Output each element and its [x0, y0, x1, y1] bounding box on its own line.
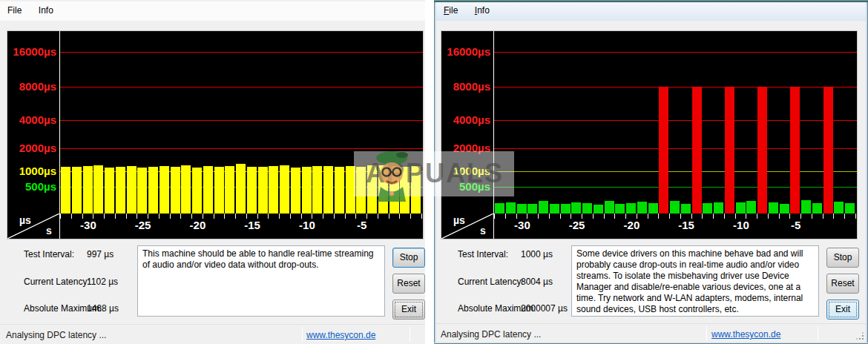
- x-tick: [301, 214, 302, 219]
- x-tick: [389, 214, 389, 219]
- gridline: [494, 187, 857, 188]
- menu-info[interactable]: Info: [33, 1, 59, 19]
- latency-bar: [812, 203, 822, 214]
- x-tick: [648, 214, 648, 219]
- latency-bar: [692, 87, 702, 214]
- latency-bar: [127, 166, 137, 214]
- reset-button[interactable]: Reset: [392, 274, 425, 294]
- exit-button[interactable]: Exit: [392, 300, 425, 320]
- x-tick: [191, 214, 192, 219]
- x-tick: [312, 214, 312, 219]
- status-bar: Analysing DPC latency ... www.thesycon.d…: [435, 323, 867, 343]
- stop-button[interactable]: Stop: [826, 248, 859, 268]
- analysis-message-box[interactable]: This machine should be able to handle re…: [137, 245, 385, 317]
- x-tick: [779, 214, 780, 219]
- latency-bar: [845, 203, 855, 214]
- x-tick: [268, 214, 269, 219]
- latency-bar: [93, 165, 103, 214]
- current-latency-value: 8004 µs: [521, 277, 553, 287]
- x-tick: [614, 214, 615, 219]
- latency-bar: [61, 167, 70, 214]
- x-tick: [812, 214, 812, 219]
- y-axis-line: [59, 31, 60, 239]
- latency-bar: [594, 205, 603, 214]
- menu-file[interactable]: File: [438, 1, 464, 19]
- x-tick: [571, 214, 571, 219]
- menu-info[interactable]: Info: [469, 1, 496, 19]
- latency-bar: [757, 87, 767, 214]
- latency-bar: [203, 166, 213, 214]
- x-tick-label: -20: [613, 219, 650, 231]
- resize-grip-icon[interactable]: [856, 332, 864, 340]
- x-tick-label: -10: [723, 219, 760, 231]
- latency-bar: [378, 165, 388, 214]
- x-tick: [844, 214, 845, 219]
- status-text: Analysing DPC latency ...: [441, 329, 541, 340]
- gridline: [494, 87, 857, 87]
- status-separator: [410, 327, 410, 342]
- latency-bar: [681, 204, 691, 214]
- x-tick: [290, 214, 291, 219]
- x-tick: [159, 214, 160, 219]
- menu-file[interactable]: File: [1, 1, 27, 19]
- gridline: [494, 52, 857, 53]
- latency-bar: [736, 202, 746, 214]
- x-tick: [366, 214, 367, 219]
- x-tick: [789, 214, 790, 219]
- window-dpc-right: File Info µs s 16000µs8000µs4000µs2000µs…: [434, 0, 868, 344]
- x-tick: [768, 214, 769, 219]
- y-axis-label: 1000µs: [441, 165, 490, 177]
- x-tick: [214, 214, 214, 219]
- latency-bar: [550, 204, 559, 214]
- stop-button[interactable]: Stop: [392, 248, 425, 268]
- x-tick: [126, 214, 127, 219]
- x-tick: [246, 214, 247, 219]
- x-tick: [410, 214, 411, 219]
- latency-bar: [400, 167, 410, 214]
- latency-bar: [160, 166, 169, 214]
- x-tick: [691, 214, 692, 219]
- x-tick: [235, 214, 236, 219]
- current-latency-label: Current Latency:: [24, 277, 90, 287]
- x-tick: [399, 214, 400, 219]
- latency-bar: [116, 167, 125, 214]
- latency-bar: [302, 167, 312, 214]
- x-tick: [137, 214, 137, 219]
- status-separator: [706, 326, 707, 341]
- latency-bar: [637, 202, 647, 214]
- gridline: [494, 171, 857, 172]
- screen: File Info µs s 16000µs8000µs4000µs2000µs…: [0, 0, 868, 344]
- x-tick: [658, 214, 659, 219]
- latency-bar: [105, 168, 114, 214]
- reset-button[interactable]: Reset: [826, 274, 859, 294]
- y-axis-label: 16000µs: [441, 45, 490, 58]
- latency-bar: [582, 203, 592, 214]
- exit-button[interactable]: Exit: [826, 300, 859, 320]
- y-axis-label: 2000µs: [441, 142, 490, 154]
- latency-bar: [72, 167, 82, 214]
- status-separator: [818, 326, 818, 341]
- latency-bar: [561, 204, 571, 214]
- x-tick: [82, 214, 83, 219]
- latency-bar: [605, 201, 614, 214]
- thesycon-link[interactable]: www.thesycon.de: [711, 329, 780, 340]
- latency-bar: [703, 203, 712, 214]
- x-tick: [334, 214, 335, 219]
- x-tick: [855, 214, 856, 219]
- latency-bar: [148, 167, 158, 214]
- y-axis-label: 500µs: [441, 180, 490, 193]
- window-dpc-left: File Info µs s 16000µs8000µs4000µs2000µs…: [0, 0, 425, 344]
- y-axis-label: 1000µs: [7, 165, 56, 177]
- x-tick-label: -25: [125, 219, 162, 231]
- latency-bar: [312, 166, 322, 214]
- x-tick: [421, 214, 422, 219]
- latency-bar: [137, 168, 147, 214]
- x-tick-label: -10: [289, 219, 326, 231]
- analysis-message-box[interactable]: Some device drivers on this machine beha…: [571, 245, 819, 317]
- latency-bar: [670, 201, 680, 214]
- thesycon-link[interactable]: www.thesycon.de: [306, 330, 375, 340]
- latency-bar: [192, 168, 202, 214]
- x-tick: [257, 214, 258, 219]
- x-tick: [669, 214, 670, 219]
- latency-bar: [291, 168, 300, 214]
